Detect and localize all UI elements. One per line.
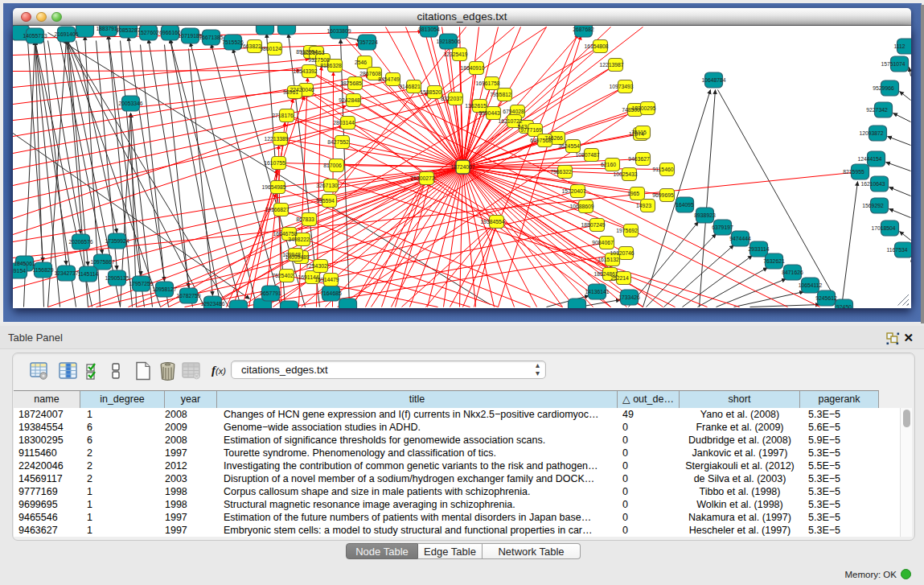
svg-text:19384554: 19384554	[480, 218, 504, 224]
svg-text:14923: 14923	[636, 202, 651, 208]
svg-text:8322037: 8322037	[441, 95, 462, 101]
svg-text:14055713: 14055713	[23, 32, 47, 38]
svg-text:2867608: 2867608	[359, 70, 381, 76]
svg-text:2687682: 2687682	[573, 26, 594, 31]
svg-text:7955812: 7955812	[490, 91, 511, 97]
svg-text:8427552: 8427552	[327, 138, 349, 144]
svg-text:17018504: 17018504	[871, 225, 895, 230]
svg-text:8938923: 8938923	[694, 212, 716, 217]
svg-text:10973493: 10973493	[609, 83, 633, 89]
svg-text:7625402: 7625402	[272, 272, 294, 278]
svg-text:1615132: 1615132	[598, 256, 619, 262]
svg-text:18226053: 18226053	[300, 49, 324, 55]
svg-text:16210722: 16210722	[498, 117, 522, 123]
svg-text:16154808: 16154808	[584, 43, 608, 48]
svg-text:9529966: 9529966	[873, 84, 894, 90]
svg-text:2546: 2546	[355, 59, 367, 64]
svg-text:1588520: 1588520	[420, 89, 441, 94]
svg-text:62160: 62160	[601, 161, 616, 167]
svg-text:1112: 1112	[893, 43, 905, 48]
svg-text:19166827: 19166827	[265, 206, 289, 212]
svg-text:9245612: 9245612	[815, 295, 837, 300]
svg-text:7986322: 7986322	[550, 168, 572, 174]
svg-text:25300273: 25300273	[410, 175, 434, 180]
svg-text:8813054: 8813054	[418, 26, 440, 31]
svg-text:9327508: 9327508	[308, 56, 330, 62]
svg-text:8990443: 8990443	[478, 109, 500, 115]
svg-text:10120746: 10120746	[610, 249, 634, 255]
svg-text:3267130: 3267130	[316, 182, 338, 187]
svg-text:9115460: 9115460	[653, 166, 674, 171]
svg-text:9084067: 9084067	[592, 239, 614, 245]
svg-text:1733426: 1733426	[618, 294, 640, 299]
svg-text:535594: 535594	[316, 197, 335, 203]
svg-text:1845061: 1845061	[14, 260, 35, 266]
svg-text:867833: 867833	[296, 216, 314, 221]
svg-text:109948: 109948	[282, 251, 301, 257]
svg-text:20053346: 20053346	[118, 100, 142, 105]
svg-text:18807249: 18807249	[581, 221, 605, 227]
svg-text:10025433: 10025433	[613, 171, 637, 176]
svg-text:12444154: 12444154	[857, 155, 881, 161]
svg-text:252214: 252214	[610, 274, 629, 280]
svg-text:20206576: 20206576	[68, 238, 92, 244]
svg-text:1965: 1965	[627, 190, 639, 196]
svg-text:98961: 98961	[283, 89, 298, 94]
svg-text:14136141: 14136141	[585, 288, 609, 294]
svg-text:2933114: 2933114	[749, 245, 770, 251]
svg-text:1569292: 1569292	[862, 202, 884, 208]
svg-text:8471626: 8471626	[782, 269, 803, 274]
svg-text:6794028: 6794028	[503, 108, 524, 113]
svg-text:16914479: 16914479	[314, 276, 339, 282]
svg-text:12923486: 12923486	[200, 300, 224, 306]
svg-text:1145114: 1145114	[78, 270, 99, 276]
svg-text:1362615: 1362615	[465, 102, 487, 108]
svg-text:12213987: 12213987	[599, 61, 623, 67]
svg-text:8215955: 8215955	[843, 168, 864, 174]
svg-text:21691406: 21691406	[54, 31, 78, 36]
svg-text:9146821: 9146821	[399, 83, 421, 89]
svg-text:164095: 164095	[676, 201, 694, 207]
svg-text:7164685: 7164685	[320, 290, 342, 295]
svg-text:16782759: 16782759	[176, 292, 200, 298]
svg-text:7357224: 7357224	[356, 39, 378, 44]
svg-text:8186328: 8186328	[320, 62, 342, 68]
svg-text:10975867: 10975867	[90, 258, 114, 264]
svg-text:18300295: 18300295	[631, 105, 655, 110]
svg-text:817006: 817006	[323, 162, 342, 167]
svg-text:18640910: 18640910	[460, 64, 484, 70]
svg-text:9699695: 9699695	[652, 192, 674, 197]
svg-text:15751074: 15751074	[881, 60, 905, 66]
svg-text:7254302: 7254302	[306, 262, 327, 268]
svg-text:12325419: 12325419	[443, 51, 467, 56]
svg-text:18724007: 18724007	[450, 164, 474, 170]
svg-text:7663822: 7663822	[240, 43, 261, 48]
svg-text:10688609: 10688609	[569, 203, 593, 208]
svg-text:16210643: 16210643	[860, 180, 885, 186]
svg-text:9777169: 9777169	[520, 126, 542, 132]
svg-text:19654985: 19654985	[261, 183, 285, 189]
svg-text:12905135: 12905135	[105, 274, 129, 280]
svg-text:3624554: 3624554	[558, 142, 580, 148]
svg-text:3875685: 3875685	[340, 80, 362, 85]
svg-text:1156829: 1156829	[33, 266, 54, 272]
svg-text:16033809: 16033809	[326, 27, 351, 33]
svg-text:16961758: 16961758	[475, 80, 499, 85]
svg-text:6379197: 6379197	[712, 224, 733, 229]
svg-text:2718176: 2718176	[272, 112, 294, 117]
svg-text:92450: 92450	[836, 303, 852, 307]
svg-text:9227342: 9227342	[866, 106, 888, 112]
svg-text:16671385: 16671385	[199, 34, 223, 39]
svg-text:10807487: 10807487	[575, 151, 599, 157]
svg-text:1167534: 1167534	[887, 246, 908, 252]
svg-text:1610755: 1610755	[264, 159, 285, 165]
svg-text:19218506: 19218506	[436, 38, 460, 43]
svg-text:9657791: 9657791	[260, 290, 281, 295]
svg-text:9860124: 9860124	[260, 45, 281, 51]
svg-text:10654112: 10654112	[799, 282, 823, 287]
svg-text:12093872: 12093872	[859, 130, 883, 135]
svg-text:10853287: 10853287	[116, 27, 140, 32]
svg-text:16543392: 16543392	[293, 68, 317, 73]
svg-text:9463627: 9463627	[628, 155, 650, 161]
svg-text:3498222: 3498222	[288, 236, 310, 241]
